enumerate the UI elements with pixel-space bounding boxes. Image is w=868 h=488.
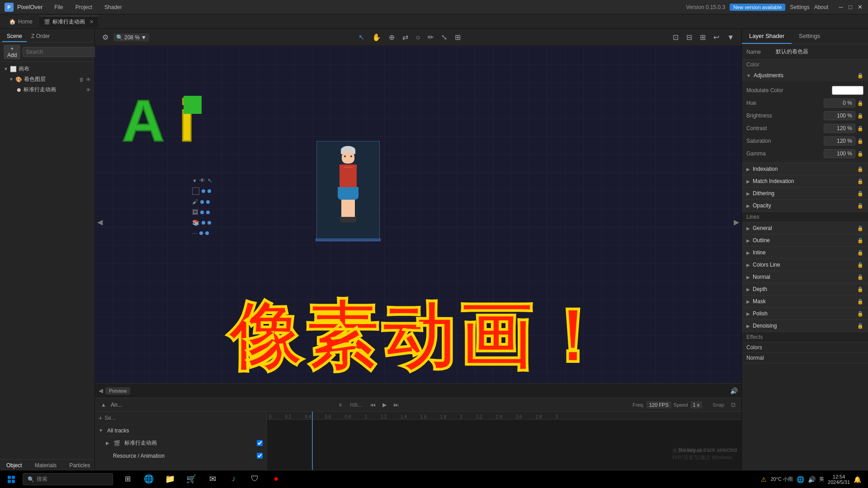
general-header[interactable]: ▶ General 🔒 [742, 222, 868, 234]
all-tracks-expand[interactable]: ▼ [99, 428, 103, 433]
brightness-value[interactable]: 100 % [824, 111, 855, 120]
menu-project[interactable]: Project [73, 3, 95, 11]
out-lock-icon[interactable]: 🔒 [857, 238, 863, 244]
view-tool-4[interactable]: ↩ [711, 32, 722, 43]
outline-header[interactable]: ▶ Outline 🔒 [742, 235, 868, 246]
hue-lock-icon[interactable]: 🔒 [857, 100, 863, 106]
brightness-lock-icon[interactable]: 🔒 [857, 113, 863, 119]
snap-toggle-btn[interactable]: ⊡ [729, 401, 738, 409]
tree-item-animation[interactable]: ⏺ 标准行走动画 👁 [0, 84, 94, 95]
next-frame-btn[interactable]: ⏭ [391, 401, 401, 409]
match-idx-header[interactable]: ▶ Match Indexation 🔒 [742, 175, 868, 187]
tab-active-scene[interactable]: 🎬 标准行走动画 ✕ [39, 16, 98, 28]
adjustments-header[interactable]: ▼ Adjustments 🔒 [742, 70, 868, 81]
taskbar-store[interactable]: 🛒 [181, 470, 201, 488]
den-lock-icon[interactable]: 🔒 [857, 323, 863, 329]
gamma-lock-icon[interactable]: 🔒 [857, 151, 863, 157]
tab-close-button[interactable]: ✕ [90, 19, 94, 25]
taskbar-mail[interactable]: ✉ [203, 470, 222, 488]
transform-tool-button[interactable]: ⊕ [386, 32, 397, 43]
polish-header[interactable]: ▶ Polish 🔒 [742, 308, 868, 319]
inl-lock-icon[interactable]: 🔒 [857, 250, 863, 256]
add-track-icon[interactable]: + [99, 414, 102, 422]
saturation-lock-icon[interactable]: 🔒 [857, 138, 863, 144]
new-version-badge[interactable]: New version available [730, 4, 785, 11]
taskbar-explorer[interactable]: 📁 [160, 470, 180, 488]
prev-frame-btn[interactable]: ⏮ [368, 401, 378, 409]
tab-settings[interactable]: Settings [792, 29, 827, 44]
cl-lock-icon[interactable]: 🔒 [857, 262, 863, 268]
eye-icon[interactable]: 👁 [199, 177, 205, 184]
hue-value[interactable]: 0 % [824, 99, 855, 108]
inline-header[interactable]: ▶ Inline 🔒 [742, 247, 868, 258]
indexation-header[interactable]: ▶ Indexation 🔒 [742, 163, 868, 175]
menu-file[interactable]: File [52, 3, 66, 11]
dithering-header[interactable]: ▶ Dithering 🔒 [742, 188, 868, 199]
minimize-button[interactable]: ─ [837, 4, 844, 10]
gen-lock-icon[interactable]: 🔒 [857, 225, 863, 231]
hand-tool-button[interactable]: ✋ [369, 32, 384, 43]
modulate-color-swatch[interactable] [832, 86, 863, 95]
view-tool-2[interactable]: ⊟ [684, 32, 695, 43]
colors-line-header[interactable]: ▶ Colors Line 🔒 [742, 259, 868, 271]
taskbar-security[interactable]: 🛡 [245, 470, 265, 488]
play-btn[interactable]: ▶ [380, 401, 389, 409]
track-item-2[interactable]: Resource / Animation [95, 450, 266, 462]
idx-lock-icon[interactable]: 🔒 [857, 166, 863, 172]
start-button[interactable] [2, 470, 20, 488]
view-tool-1[interactable]: ⊡ [670, 32, 681, 43]
circle-tool-button[interactable]: ○ [413, 32, 423, 43]
adj-lock-icon[interactable]: 🔒 [857, 73, 863, 79]
taskbar-edge[interactable]: 🌐 [139, 470, 159, 488]
midx-lock-icon[interactable]: 🔒 [857, 178, 863, 184]
opacity-header[interactable]: ▶ Opacity 🔒 [742, 200, 868, 211]
dep-lock-icon[interactable]: 🔒 [857, 286, 863, 292]
grid-tool-button[interactable]: ⊞ [452, 32, 463, 43]
panel-collapse-right[interactable]: ▶ [734, 218, 739, 226]
pol-lock-icon[interactable]: 🔒 [857, 311, 863, 317]
view-tool-3[interactable]: ⊞ [697, 32, 708, 43]
mask-header[interactable]: ▶ Mask 🔒 [742, 296, 868, 307]
panel-collapse-left[interactable]: ◀ [97, 218, 103, 226]
dith-lock-icon[interactable]: 🔒 [857, 191, 863, 197]
cursor-tool-button[interactable]: ↖ [356, 32, 367, 43]
resize-tool-button[interactable]: ⤡ [439, 32, 450, 43]
visibility-icon[interactable]: 👁 [86, 77, 91, 82]
depth-header[interactable]: ▶ Depth 🔒 [742, 283, 868, 295]
tree-item-canvas[interactable]: ▼ ⬜ 画布 [0, 64, 94, 74]
timeline-collapse-btn[interactable]: ▲ [99, 401, 108, 409]
settings-tool-button[interactable]: ⚙ [99, 32, 111, 43]
mask-lock-icon[interactable]: 🔒 [857, 299, 863, 305]
gamma-value[interactable]: 100 % [824, 149, 855, 158]
maximize-button[interactable]: □ [847, 4, 854, 10]
track-checkbox-2[interactable] [257, 453, 263, 459]
about-link[interactable]: About [814, 4, 828, 10]
normal-header[interactable]: ▶ Normal 🔒 [742, 271, 868, 283]
canvas-area[interactable]: ◀ A i ▼ 👁 ↖ 🖌 [95, 46, 741, 398]
contrast-value[interactable]: 120 % [824, 124, 855, 133]
tab-scene[interactable]: Scene [2, 31, 27, 42]
tab-home[interactable]: 🏠 Home [5, 17, 37, 27]
notification-icon[interactable]: 🔔 [854, 476, 861, 483]
delete-icon[interactable]: 🗑 [79, 77, 84, 82]
opac-lock-icon[interactable]: 🔒 [857, 203, 863, 209]
settings-link[interactable]: Settings [790, 4, 809, 10]
tab-zorder[interactable]: Z Order [27, 31, 54, 42]
menu-shader[interactable]: Shader [102, 3, 125, 11]
view-tool-5[interactable]: ▼ [724, 32, 737, 43]
zoom-dropdown-icon[interactable]: ▼ [141, 34, 146, 41]
add-button[interactable]: + Add [4, 45, 20, 59]
flip-tool-button[interactable]: ⇄ [400, 32, 411, 43]
taskbar-app-red[interactable]: ● [266, 470, 286, 488]
search-input[interactable] [23, 47, 97, 57]
tree-item-layer[interactable]: ▼ 🎨 着色图层 🗑 👁 [0, 74, 94, 84]
saturation-value[interactable]: 120 % [824, 136, 855, 145]
taskbar-spotify[interactable]: ♪ [224, 470, 244, 488]
preview-speaker-icon[interactable]: 🔊 [730, 387, 738, 394]
close-button[interactable]: ✕ [856, 4, 863, 10]
taskbar-task-view[interactable]: ⊞ [118, 470, 137, 488]
pen-tool-button[interactable]: ✏ [425, 32, 436, 43]
taskbar-search[interactable]: 🔍 搜索 [23, 473, 113, 485]
track-checkbox-1[interactable] [257, 440, 263, 446]
contrast-lock-icon[interactable]: 🔒 [857, 126, 863, 131]
